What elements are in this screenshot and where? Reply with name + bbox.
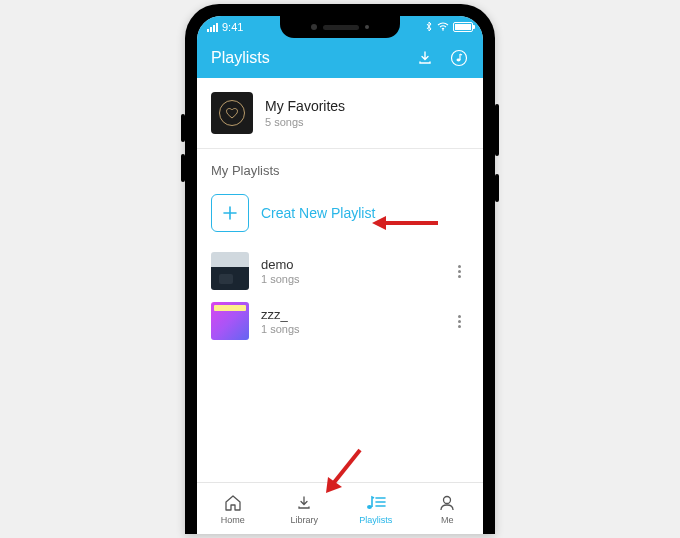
favorites-thumbnail [211,92,253,134]
nav-label: Library [290,515,318,525]
playlist-icon [365,493,387,513]
svg-point-0 [442,29,444,31]
more-options-icon[interactable] [449,265,469,278]
playlist-thumbnail [211,252,249,290]
speaker-icon [323,25,359,30]
nav-me[interactable]: Me [412,483,484,534]
favorites-row[interactable]: My Favorites 5 songs [197,78,483,148]
more-options-icon[interactable] [449,315,469,328]
playlist-thumbnail [211,302,249,340]
side-button [495,104,499,156]
content-area: My Favorites 5 songs My Playlists Creat … [197,78,483,482]
svg-point-1 [452,51,467,66]
playlist-row[interactable]: zzz_ 1 songs [197,296,483,346]
playlist-subtitle: 1 songs [261,273,437,285]
status-time: 9:41 [222,21,243,33]
download-icon [293,493,315,513]
download-icon[interactable] [415,48,435,68]
side-button [181,114,185,142]
plus-icon [211,194,249,232]
create-playlist-label: Creat New Playlist [261,205,375,221]
battery-icon [453,22,473,32]
person-icon [436,493,458,513]
heart-icon [219,100,245,126]
playlist-subtitle: 1 songs [261,323,437,335]
bluetooth-icon [425,21,433,34]
notch [280,16,400,38]
wifi-icon [437,21,449,33]
signal-icon [207,23,218,32]
page-title: Playlists [211,49,270,67]
annotation-arrow [370,213,440,233]
music-note-icon[interactable] [449,48,469,68]
sensor-icon [365,25,369,29]
playlist-title: demo [261,257,437,272]
favorites-title: My Favorites [265,98,345,114]
annotation-arrow [318,445,368,500]
favorites-subtitle: 5 songs [265,116,345,128]
svg-point-4 [444,496,451,503]
home-icon [222,493,244,513]
create-playlist-button[interactable]: Creat New Playlist [197,188,483,246]
camera-icon [311,24,317,30]
nav-home[interactable]: Home [197,483,269,534]
side-button [181,154,185,182]
side-button [495,174,499,202]
nav-label: Me [441,515,454,525]
nav-label: Playlists [359,515,392,525]
section-label: My Playlists [197,149,483,188]
app-header: Playlists [197,38,483,78]
playlist-title: zzz_ [261,307,437,322]
playlist-row[interactable]: demo 1 songs [197,246,483,296]
nav-label: Home [221,515,245,525]
svg-point-2 [457,59,461,62]
